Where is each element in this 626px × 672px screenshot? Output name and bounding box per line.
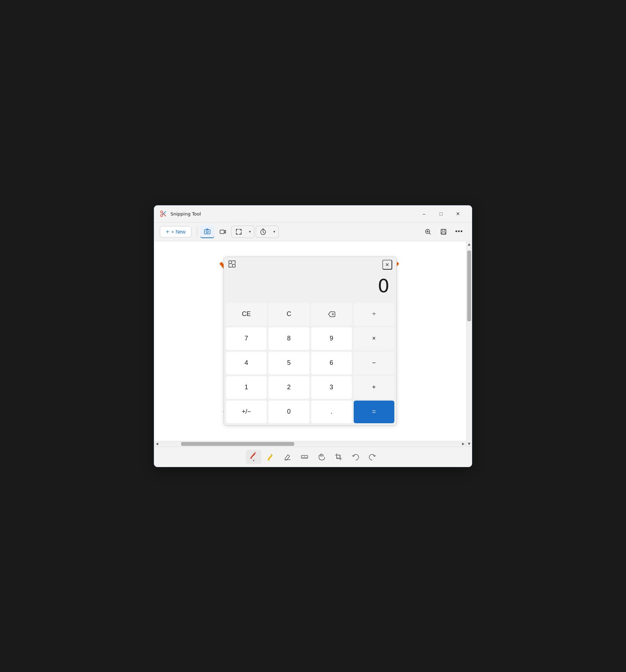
touch-tool-button[interactable] [314,450,329,464]
scroll-track-horizontal[interactable] [160,441,460,447]
scroll-left-arrow[interactable]: ◀ [154,441,160,447]
more-button[interactable]: ••• [452,225,466,238]
calc-close-button[interactable]: ✕ [382,260,392,270]
calc-3-button[interactable]: 3 [311,376,352,399]
save-icon [440,228,447,235]
svg-rect-8 [236,229,241,234]
scrollbar-horizontal[interactable]: ◀ ▶ [154,441,466,447]
svg-point-1 [161,214,163,217]
calc-result: 0 [378,275,389,297]
ruler-tool-button[interactable] [297,450,312,464]
calc-2-button[interactable]: 2 [268,376,309,399]
calc-divide-button[interactable]: ÷ [354,303,394,326]
content-area: ▲ ▼ [154,241,472,447]
snipping-tool-window: Snipping Tool – □ ✕ + + New [154,205,472,467]
app-icon [160,210,167,217]
video-icon [219,228,226,235]
calc-titlebar: ✕ [224,257,396,272]
video-mode-button[interactable] [216,225,230,238]
pen-tool-button[interactable]: ▾ [246,450,261,464]
region-mode-button[interactable] [231,226,246,238]
save-button[interactable] [436,225,451,238]
camera-icon [204,228,211,235]
svg-rect-13 [442,232,445,234]
backspace-icon [328,310,335,318]
undo-button[interactable] [348,450,363,464]
redo-icon [369,453,376,461]
svg-rect-20 [232,264,235,267]
calc-4-button[interactable]: 4 [226,352,267,374]
calc-expand-icon [228,260,236,269]
zoom-button[interactable] [421,225,435,238]
svg-rect-5 [204,230,210,234]
calc-c-button[interactable]: C [268,303,309,326]
new-button[interactable]: + + New [160,226,191,237]
scroll-up-arrow[interactable]: ▲ [466,241,472,247]
undo-icon [352,453,359,461]
scroll-right-arrow[interactable]: ▶ [460,441,466,447]
touch-icon [318,453,325,461]
minimize-button[interactable]: – [416,208,432,219]
timer-button[interactable] [256,226,270,238]
calc-ce-button[interactable]: CE [226,303,267,326]
timer-group: ▾ [256,225,279,238]
scroll-thumb-vertical[interactable] [467,251,471,321]
region-mode-group: ▾ [231,225,254,238]
calc-0-button[interactable]: 0 [268,401,309,423]
scroll-down-arrow[interactable]: ▼ [466,441,472,447]
region-icon [235,228,242,235]
svg-point-6 [206,231,208,233]
calc-8-button[interactable]: 8 [268,327,309,350]
pen-chevron: ▾ [253,459,254,462]
app-title: Snipping Tool [170,211,201,217]
bottom-toolbar: ▾ [154,447,472,467]
svg-rect-19 [229,261,232,264]
calc-keypad: CE C ÷ 7 8 9 × 4 5 6 − [224,301,396,425]
svg-rect-30 [337,455,340,458]
redo-button[interactable] [365,450,380,464]
ruler-icon [301,453,308,461]
svg-point-0 [161,211,163,213]
calc-multiply-button[interactable]: × [354,327,394,350]
crop-tool-button[interactable] [331,450,346,464]
calc-7-button[interactable]: 7 [226,327,267,350]
new-plus-icon: + [166,229,169,235]
pen-icon [250,451,257,459]
timer-dropdown-button[interactable]: ▾ [270,225,279,238]
calc-9-button[interactable]: 9 [311,327,352,350]
calc-equals-button[interactable]: = [354,401,394,423]
new-label: + New [171,229,185,235]
calc-plus-button[interactable]: + [354,376,394,399]
main-toolbar: + + New [154,223,472,241]
calculator-screenshot: ✕ 0 CE C ÷ 7 8 [224,257,397,426]
toolbar-divider-1 [197,227,197,237]
canvas-area: ✕ 0 CE C ÷ 7 8 [154,241,466,441]
scroll-thumb-horizontal[interactable] [181,442,294,446]
zoom-icon [424,228,431,235]
calc-6-button[interactable]: 6 [311,352,352,374]
scroll-track-vertical[interactable] [466,247,472,441]
more-icon: ••• [455,228,463,235]
svg-rect-21 [250,458,252,459]
close-button[interactable]: ✕ [450,208,466,219]
window-controls: – □ ✕ [416,208,466,219]
calc-minus-button[interactable]: − [354,352,394,374]
calc-backspace-button[interactable] [311,303,352,326]
svg-rect-7 [220,230,224,234]
eraser-tool-button[interactable] [280,450,295,464]
calc-5-button[interactable]: 5 [268,352,309,374]
calc-display: 0 [224,272,396,301]
scrollbar-vertical[interactable]: ▲ ▼ [466,241,472,447]
highlighter-tool-button[interactable] [263,450,278,464]
eraser-icon [284,453,291,461]
calc-1-button[interactable]: 1 [226,376,267,399]
calc-negate-button[interactable]: +/− [226,401,267,423]
screenshot-mode-button[interactable] [200,225,214,238]
crop-icon [335,453,342,461]
region-dropdown-button[interactable]: ▾ [246,225,254,238]
svg-rect-22 [268,460,270,460]
title-bar: Snipping Tool – □ ✕ [154,206,472,223]
timer-icon [260,228,267,235]
calc-decimal-button[interactable]: . [311,401,352,423]
maximize-button[interactable]: □ [433,208,449,219]
